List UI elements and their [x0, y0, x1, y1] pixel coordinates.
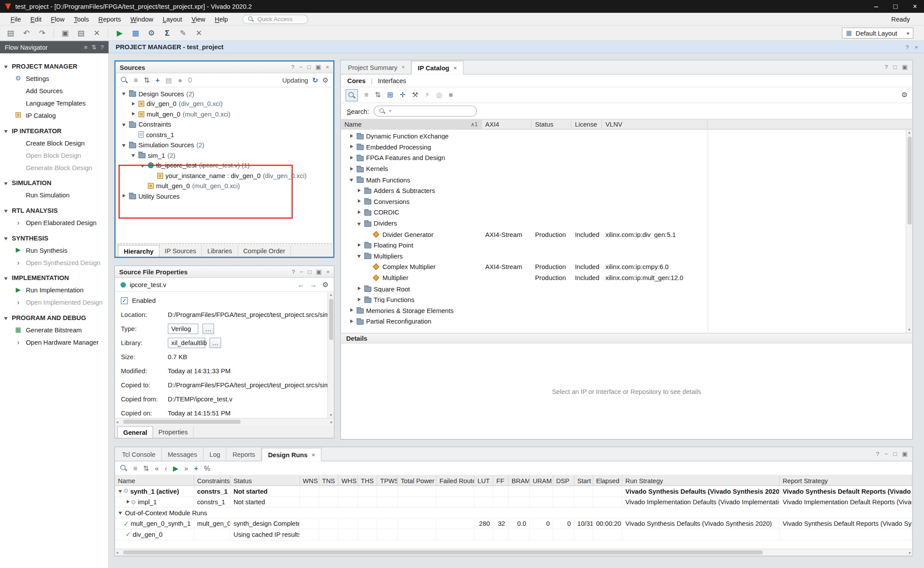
gear-icon[interactable]: ⚙ — [901, 91, 907, 99]
ipc-row-dividers[interactable]: Dividers — [341, 218, 913, 229]
help-icon[interactable]: ? — [876, 451, 879, 457]
menu-reports[interactable]: Reports — [94, 15, 126, 22]
group-by-icon[interactable]: ⊞ — [387, 91, 393, 99]
flownav-item-run-simulation[interactable]: Run Simulation — [0, 189, 109, 201]
expander-icon[interactable] — [131, 153, 136, 158]
flownav-item-run-implementation[interactable]: ▶Run Implementation — [0, 284, 109, 296]
scroll-down-icon[interactable]: ▾ — [330, 413, 332, 418]
flownav-section-simulation[interactable]: SIMULATION — [0, 177, 109, 189]
collapse-all-icon[interactable]: ≡ — [133, 464, 137, 472]
search-icon[interactable] — [120, 76, 128, 84]
scrollbar-thumb[interactable] — [329, 299, 333, 340]
menu-tools[interactable]: Tools — [69, 15, 94, 22]
expander-icon[interactable] — [357, 286, 362, 291]
close-icon[interactable]: × — [401, 64, 405, 70]
expander-icon[interactable] — [140, 163, 146, 168]
browse-button[interactable]: … — [202, 324, 214, 334]
create-runs-icon[interactable]: + — [194, 464, 198, 472]
tree-row-mult-gen-0-sim[interactable]: mult_gen_0(mult_gen_0.xci) — [116, 181, 334, 191]
tab-compile-order[interactable]: Compile Order — [238, 245, 291, 257]
expand-all-icon[interactable]: ⇅ — [143, 464, 149, 472]
expand-all-icon[interactable]: ⇅ — [375, 91, 381, 99]
column-header[interactable]: Failed Routes — [436, 475, 475, 485]
file-icon[interactable]: ▤ — [165, 76, 172, 84]
expander-icon[interactable] — [121, 122, 127, 127]
tree-row-simulation-sources[interactable]: Simulation Sources(2) — [116, 140, 334, 150]
expander-icon[interactable] — [131, 101, 136, 106]
tab-properties[interactable]: Properties — [153, 426, 194, 438]
expander-icon[interactable] — [349, 145, 354, 150]
scrollbar-thumb[interactable] — [123, 420, 241, 424]
tab-general[interactable]: General — [117, 426, 153, 438]
column-header[interactable]: Start — [574, 475, 593, 485]
expand-icon[interactable]: ⇅ — [92, 44, 96, 51]
expander-icon[interactable] — [121, 193, 127, 199]
tree-row-constrs-1[interactable]: constrs_1 — [116, 130, 334, 140]
tree-row-mult-gen-0[interactable]: mult_gen_0(mult_gen_0.xci) — [116, 109, 334, 119]
scroll-up-icon[interactable]: ▴ — [908, 130, 910, 135]
first-icon[interactable]: « — [155, 464, 159, 472]
maximize-icon[interactable]: ▣ — [902, 64, 908, 70]
expander-icon[interactable] — [349, 177, 354, 182]
run-row-ooc-group[interactable]: Out-of-Context Module Runs — [115, 508, 912, 519]
subtab-cores[interactable]: Cores — [347, 77, 366, 84]
tree-row-design-sources[interactable]: Design Sources(2) — [116, 88, 334, 98]
minimize-icon[interactable]: − — [884, 451, 888, 457]
run-row-synth-1[interactable]: ⚙synth_1 (active) constrs_1 Not started … — [115, 486, 912, 497]
close-icon[interactable]: × — [326, 269, 330, 275]
column-header[interactable]: BRAM — [509, 475, 530, 485]
scroll-right-icon[interactable]: ▸ — [909, 550, 911, 555]
prev-icon[interactable]: ‹ — [165, 464, 167, 472]
quick-access-search[interactable]: Quick Access — [242, 15, 308, 24]
column-header[interactable]: Report Strategy — [780, 475, 912, 485]
edit-pencil-icon[interactable]: ✎ — [178, 29, 187, 38]
flownav-item-add-sources[interactable]: Add Sources — [0, 84, 109, 97]
collapse-all-icon[interactable]: ≡ — [134, 76, 138, 84]
subtab-interfaces[interactable]: Interfaces — [378, 77, 406, 84]
column-header[interactable]: Run Strategy — [623, 475, 780, 485]
column-header[interactable]: TNS — [319, 475, 338, 485]
column-header-license[interactable]: License — [572, 120, 602, 129]
tree-row-sim-1[interactable]: sim_1(2) — [116, 150, 334, 160]
column-header-status[interactable]: Status — [532, 120, 572, 129]
flownav-item-generate-block-design[interactable]: Generate Block Design — [0, 161, 109, 174]
window-maximize-button[interactable]: □ — [893, 2, 898, 11]
flownav-item-open-implemented-design[interactable]: ›Open Implemented Design — [0, 296, 109, 308]
expander-icon[interactable] — [357, 253, 362, 259]
collapse-all-icon[interactable]: ≡ — [364, 91, 368, 99]
run-row-div-gen-0[interactable]: ✓div_gen_0 Using cached IP results — [115, 529, 912, 540]
horizontal-scrollbar[interactable]: ◂ ▸ — [115, 418, 334, 425]
float-icon[interactable]: □ — [893, 451, 897, 457]
scrollbar-thumb[interactable] — [908, 137, 912, 225]
splitter-grip[interactable] — [117, 240, 332, 244]
tree-row-constraints[interactable]: Constraints — [116, 119, 334, 129]
tab-log[interactable]: Log — [204, 447, 227, 461]
flownav-item-language-templates[interactable]: Language Templates — [0, 97, 109, 109]
column-header[interactable]: LUT — [475, 475, 494, 485]
flownav-section-synthesis[interactable]: SYNTHESIS — [0, 232, 109, 244]
library-input[interactable]: xil_defaultlib — [168, 338, 205, 348]
menu-window[interactable]: Window — [126, 15, 158, 22]
move-icon[interactable]: ✛ — [400, 91, 405, 99]
scroll-right-icon[interactable]: ▸ — [330, 419, 333, 424]
expander-icon[interactable] — [349, 155, 354, 160]
close-icon[interactable]: × — [453, 65, 457, 71]
column-header-name[interactable]: Name∧1 — [341, 120, 482, 129]
tab-ip-sources[interactable]: IP Sources — [159, 245, 202, 257]
expander-icon[interactable] — [357, 297, 362, 302]
maximize-icon[interactable]: ▣ — [902, 451, 908, 457]
close-icon[interactable]: × — [915, 44, 918, 50]
tab-design-runs[interactable]: Design Runs× — [262, 448, 322, 462]
column-header[interactable]: Total Power — [398, 475, 436, 485]
tab-tcl-console[interactable]: Tcl Console — [116, 447, 162, 461]
minimize-icon[interactable]: − — [299, 64, 303, 70]
menu-layout[interactable]: Layout — [158, 15, 187, 22]
sigma-icon[interactable]: Σ — [162, 29, 172, 38]
ipc-row-floating-point[interactable]: Floating Point — [341, 240, 913, 251]
maximize-icon[interactable]: ▣ — [315, 64, 321, 70]
menu-help[interactable]: Help — [210, 15, 233, 22]
horizontal-scrollbar[interactable]: ◂ ▸ — [115, 549, 912, 556]
refresh-icon[interactable]: ↻ — [312, 76, 318, 84]
flownav-section-project-manager[interactable]: PROJECT MANAGER — [0, 60, 109, 72]
float-icon[interactable]: □ — [308, 269, 312, 275]
